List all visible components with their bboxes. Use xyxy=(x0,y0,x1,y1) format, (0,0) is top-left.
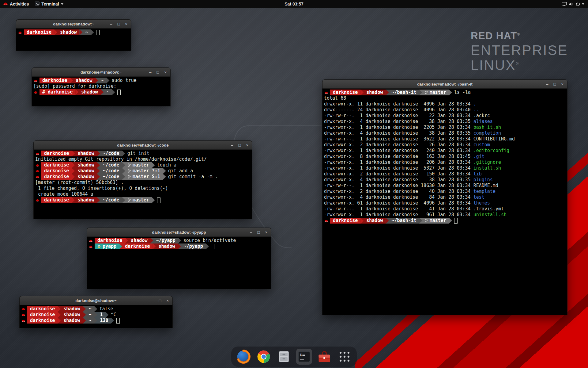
prompt-segment-path: ~ xyxy=(86,318,94,324)
prompt-segment-path: ~ xyxy=(86,306,94,312)
terminal-content[interactable]: darknoiseshadow~/pyappsource bin/activat… xyxy=(87,237,271,289)
terminal-text: -rwxrwxr-x. 1 darknoise darknoise 5327 J… xyxy=(324,165,473,171)
prompt-segment-path: ~/pyapp xyxy=(153,238,178,243)
prompt-segment-user: darknoise xyxy=(95,238,125,243)
dock-app-grid-icon[interactable] xyxy=(337,349,352,365)
powerline-separator xyxy=(94,306,97,312)
powerline-separator xyxy=(97,151,100,156)
titlebar[interactable]: darknoise@shadow:~/code –□× xyxy=(34,141,252,150)
activities-button[interactable]: Activities xyxy=(0,0,32,8)
terminal-window-bash-it[interactable]: darknoise@shadow:~/bash-it –□× darknoise… xyxy=(322,80,567,315)
terminal-text: source bin/activate xyxy=(183,238,236,243)
terminal-window-pyapp[interactable]: darknoise@shadow:~/pyapp –□× darknoisesh… xyxy=(87,228,271,289)
terminal-window-code[interactable]: darknoise@shadow:~/code –□× darknoisesha… xyxy=(34,141,252,219)
terminal-text: ls -la xyxy=(454,90,471,95)
terminal-text: .editorconfig xyxy=(473,148,509,154)
terminal-content[interactable]: darknoiseshadow~falsedarknoiseshadow~1^C… xyxy=(20,305,172,328)
app-menu-terminal[interactable]: Terminal xyxy=(32,0,66,8)
close-button[interactable]: × xyxy=(164,70,167,74)
titlebar[interactable]: darknoise@shadow:~ –□× xyxy=(16,20,131,29)
prompt-segment-user: darknoise xyxy=(40,78,70,83)
minimize-button[interactable]: – xyxy=(110,22,112,26)
maximize-button[interactable]: □ xyxy=(157,70,159,74)
maximize-button[interactable]: □ xyxy=(554,82,556,86)
maximize-button[interactable]: □ xyxy=(239,143,241,147)
redhat-icon xyxy=(21,308,25,311)
terminal-content[interactable]: darknoiseshadow~/bash-itmasterls -latota… xyxy=(322,89,567,315)
titlebar[interactable]: darknoise@shadow:~ –□× xyxy=(32,68,170,77)
prompt-segment-venv: pyapp xyxy=(95,243,119,249)
redhat-icon xyxy=(34,79,38,82)
terminal-line: darknoiseshadow~1^C xyxy=(21,312,172,318)
powerline-separator xyxy=(91,29,94,35)
terminal-text: -rwxrwxr-x. 1 darknoise darknoise 961 Ja… xyxy=(324,212,473,218)
close-button[interactable]: × xyxy=(125,22,127,26)
terminal-text: git init xyxy=(127,151,149,156)
redhat-icon xyxy=(36,175,40,178)
powerline-separator xyxy=(72,168,75,174)
redhat-icon xyxy=(324,91,328,94)
minimize-button[interactable]: – xyxy=(546,82,548,86)
powerline-separator xyxy=(97,197,100,203)
powerline-separator xyxy=(58,306,61,312)
redhat-icon xyxy=(21,313,25,316)
terminal-text: [sudo] password for darknoise: xyxy=(33,83,116,89)
terminal-text: -rwxrwxr-x. 1 darknoise darknoise 2205 J… xyxy=(324,125,473,130)
window-title: darknoise@shadow:~/code xyxy=(117,143,168,148)
terminal-content[interactable]: darknoiseshadow~sudo true[sudo] password… xyxy=(32,77,170,106)
terminal-line: drwxrwxr-x. 4 darknoise darknoise 38 Jan… xyxy=(324,119,567,125)
powerline-separator xyxy=(386,90,389,95)
powerline-separator xyxy=(107,78,110,83)
terminal-line: darknoiseshadow~/bash-itmasterls -la xyxy=(324,90,567,95)
terminal-text: create mode 100644 a xyxy=(35,191,93,197)
dock-terminal-icon[interactable]: $ xyxy=(296,349,312,365)
terminal-text: drwxrwxr-x. 2 darknoise darknoise 150 Ja… xyxy=(324,171,473,177)
maximize-button[interactable]: □ xyxy=(159,299,161,303)
power-icon xyxy=(576,2,580,6)
system-status-area[interactable] xyxy=(559,0,587,8)
powerline-separator xyxy=(449,218,452,224)
rhel-logo-line2: ENTERPRISE xyxy=(471,43,568,57)
terminal-content[interactable]: darknoiseshadow~ xyxy=(16,29,131,51)
dock-firefox-icon[interactable] xyxy=(236,349,251,365)
dock-toolbox-icon[interactable] xyxy=(316,349,332,365)
powerline-separator xyxy=(94,312,97,318)
terminal-text: drwxrwxr-x. 61 darknoise darknoise 4096 … xyxy=(324,200,473,206)
terminal-line: darknoiseshadow~/codemaster S:1git commi… xyxy=(35,174,252,180)
clock[interactable]: Sat 03:57 xyxy=(285,0,303,8)
terminal-mini-icon xyxy=(35,2,40,6)
prompt-segment-path: ~/code xyxy=(100,174,122,180)
titlebar[interactable]: darknoise@shadow:~/pyapp –□× xyxy=(87,228,271,237)
dock-chrome-icon[interactable] xyxy=(256,349,272,365)
redhat-icon xyxy=(34,91,38,94)
terminal-text: -rw-rw-r--. 1 darknoise darknoise 41 Jan… xyxy=(324,206,504,212)
prompt-segment-host: shadow xyxy=(61,318,83,324)
maximize-button[interactable]: □ xyxy=(118,22,120,26)
branch-icon xyxy=(128,169,131,173)
minimize-button[interactable]: – xyxy=(231,143,233,147)
maximize-button[interactable]: □ xyxy=(258,230,260,234)
titlebar[interactable]: darknoise@shadow:~/bash-it –□× xyxy=(322,80,567,89)
terminal-content[interactable]: darknoiseshadow~/codegit initInitialized… xyxy=(34,150,252,219)
terminal-text: drwxrwxr-x. 4 darknoise darknoise 38 Jan… xyxy=(324,177,473,183)
prompt-segment-user: darknoise xyxy=(27,318,58,324)
close-button[interactable]: × xyxy=(246,143,248,147)
prompt-segment-host: shadow xyxy=(73,78,95,83)
minimize-button[interactable]: – xyxy=(151,299,153,303)
close-button[interactable]: × xyxy=(265,230,267,234)
titlebar[interactable]: darknoise@shadow:~ –□× xyxy=(20,296,172,305)
close-button[interactable]: × xyxy=(166,299,169,303)
close-button[interactable]: × xyxy=(561,82,564,86)
minimize-button[interactable]: – xyxy=(149,70,151,74)
powerline-separator xyxy=(360,218,364,224)
prompt-segment-path: ~/code xyxy=(100,197,122,203)
dock-files-icon[interactable] xyxy=(276,349,292,365)
terminal-text: -rwxrwxr-x. 1 darknoise darknoise 240 Ja… xyxy=(324,148,473,154)
terminal-text: drwxrwxr-x. 4 darknoise darknoise 38 Jan… xyxy=(324,130,473,136)
terminal-window-1[interactable]: darknoise@shadow:~ –□× darknoiseshadow~ xyxy=(16,20,131,51)
terminal-line: -rw-rw-r--. 1 darknoise darknoise 41 Jan… xyxy=(324,206,567,212)
terminal-window-5[interactable]: darknoise@shadow:~ –□× darknoiseshadow~f… xyxy=(20,296,172,328)
minimize-button[interactable]: – xyxy=(250,230,252,234)
terminal-line: pyappdarknoiseshadow~/pyapp xyxy=(89,243,271,249)
terminal-window-2[interactable]: darknoise@shadow:~ –□× darknoiseshadow~s… xyxy=(32,68,170,106)
